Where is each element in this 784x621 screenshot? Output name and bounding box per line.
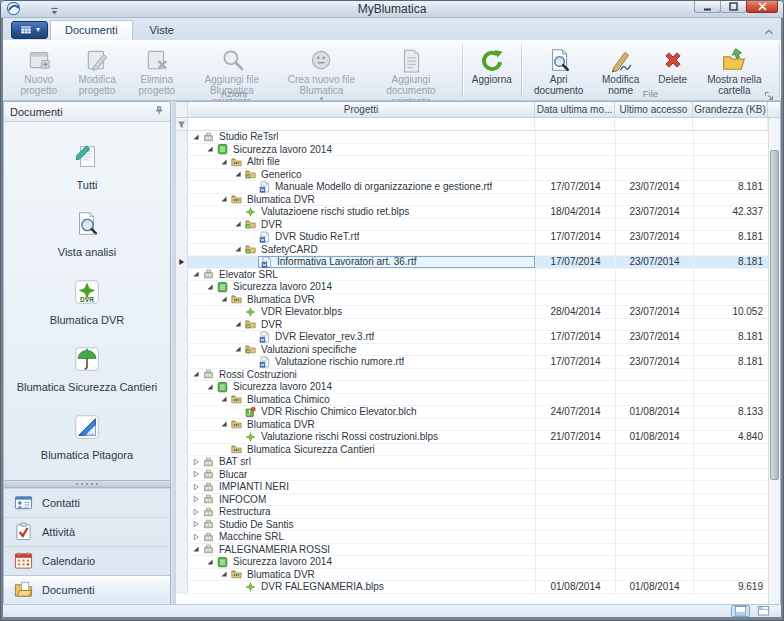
collapse-ribbon-icon[interactable] (763, 24, 775, 36)
cell-modified: 01/08/2014 (535, 581, 615, 593)
column-header-tree[interactable]: Progetti (188, 102, 535, 117)
column-header-size[interactable]: Grandezza (KB) (693, 102, 768, 117)
expander-icon[interactable] (205, 382, 215, 391)
expander-icon[interactable] (191, 520, 201, 529)
expander-icon[interactable] (205, 282, 215, 291)
tree-row[interactable]: Rossi Costruzioni (176, 369, 780, 382)
maximize-button[interactable] (720, 0, 747, 13)
tree-row[interactable]: Elevator SRL (176, 269, 780, 282)
filter-cell-tree[interactable] (188, 118, 535, 130)
tabbed-view-icon[interactable] (754, 605, 773, 617)
expander-icon[interactable] (219, 195, 229, 204)
refresh-button[interactable]: Aggiorna (468, 44, 516, 86)
sidebar-section-contacts[interactable]: Contatti (4, 488, 170, 517)
vertical-scrollbar[interactable] (768, 118, 780, 604)
expander-icon[interactable] (233, 170, 243, 179)
application-menu-button[interactable]: ▾ (11, 21, 48, 39)
sidebar-view-blumatica-dvr[interactable]: DVRBlumatica DVR (44, 274, 131, 329)
tree-row[interactable]: Blumatica Chimico (176, 394, 780, 407)
sidebar-section-tasks[interactable]: Attività (4, 517, 170, 546)
tree-row[interactable]: Generico (176, 169, 780, 182)
tree-row[interactable]: Valutazioene rischi studio ret.blps18/04… (176, 206, 780, 219)
expander-icon[interactable] (191, 545, 201, 554)
column-header-modified[interactable]: Data ultima mo... (535, 102, 615, 117)
expander-icon[interactable] (205, 145, 215, 154)
tab-viste[interactable]: Viste (135, 20, 189, 40)
tree-row[interactable]: FALEGNAMERIA ROSSI (176, 544, 780, 557)
tree-row[interactable]: DVR (176, 219, 780, 232)
tree-row[interactable]: DVR Elevator_rev.3.rtf17/07/201423/07/20… (176, 331, 780, 344)
minimize-button[interactable] (694, 0, 721, 13)
split-view-icon[interactable] (731, 605, 750, 617)
sidebar-view-blumatica-cantieri[interactable]: Blumatica Sicurezza Cantieri (11, 341, 164, 396)
tree-row[interactable]: DVR (176, 319, 780, 332)
tree-row[interactable]: Blucar (176, 469, 780, 482)
expander-icon[interactable] (219, 420, 229, 429)
tree-row[interactable]: Manuale Modello di organizzazione e gest… (176, 181, 780, 194)
expander-icon[interactable] (233, 220, 243, 229)
expander-icon[interactable] (191, 270, 201, 279)
tree-row[interactable]: Valutazione rischio rumore.rtf17/07/2014… (176, 356, 780, 369)
tree-row[interactable]: Blumatica DVR (176, 419, 780, 432)
expander-icon[interactable] (191, 482, 201, 491)
tree-row[interactable]: BAT srl (176, 456, 780, 469)
tree-row[interactable]: Sicurezza lavoro 2014 (176, 144, 780, 157)
tree-row[interactable]: Informativa Lavoratori art. 36.rtf17/07/… (176, 256, 780, 269)
tree-row[interactable]: Restructura (176, 506, 780, 519)
column-header-accessed[interactable]: Ultimo accesso (615, 102, 693, 117)
expander-icon[interactable] (233, 345, 243, 354)
tree-row[interactable]: Sicurezza lavoro 2014 (176, 281, 780, 294)
dialog-launcher-icon[interactable] (764, 87, 775, 98)
sidebar-section-calendar[interactable]: Calendario (4, 546, 170, 575)
tree-row[interactable]: Valutazione rischi Rossi costruzioni.blp… (176, 431, 780, 444)
expander-icon[interactable] (191, 132, 201, 141)
filter-cell-modified[interactable] (535, 118, 615, 130)
tree-row[interactable]: SafetyCARD (176, 244, 780, 257)
tree-row[interactable]: Sicurezza lavoro 2014 (176, 556, 780, 569)
tree-row[interactable]: VDR Rischio Chimico Elevator.blch24/07/2… (176, 406, 780, 419)
close-button[interactable] (746, 0, 778, 13)
expander-icon[interactable] (191, 470, 201, 479)
tree-row[interactable]: Macchine SRL (176, 531, 780, 544)
tree-row[interactable]: IMPIANTI NERI (176, 481, 780, 494)
tree-row[interactable]: Blumatica DVR (176, 294, 780, 307)
tree-row[interactable]: VDR Elevator.blps28/04/201423/07/201410.… (176, 306, 780, 319)
tree-row[interactable]: Valutazioni specifiche (176, 344, 780, 357)
tree-item-label: Blumatica Sicurezza Cantieri (247, 444, 375, 455)
delete-button[interactable]: Delete (651, 44, 695, 86)
sidebar-view-blumatica-pitagora[interactable]: Blumatica Pitagora (35, 409, 139, 464)
scrollbar-thumb[interactable] (770, 150, 779, 480)
grid-filter-row[interactable] (176, 118, 780, 131)
tab-documenti[interactable]: Documenti (50, 20, 133, 40)
filter-cell-size[interactable] (693, 118, 768, 130)
tree-row[interactable]: Altri file (176, 156, 780, 169)
tree-row[interactable]: Studio De Santis (176, 519, 780, 532)
tree-row[interactable]: DVR FALEGNAMERIA.blps01/08/201401/08/201… (176, 581, 780, 594)
sidebar-view-analysis-view[interactable]: Vista analisi (52, 206, 123, 261)
title-bar[interactable]: MyBlumatica (0, 0, 784, 18)
filter-cell-accessed[interactable] (615, 118, 693, 130)
expander-icon[interactable] (205, 557, 215, 566)
tree-row[interactable]: INFOCOM (176, 494, 780, 507)
sidebar-view-all-documents[interactable]: Tutti (66, 139, 108, 194)
pane-splitter-grip[interactable] (4, 480, 170, 488)
expander-icon[interactable] (233, 320, 243, 329)
expander-icon[interactable] (191, 495, 201, 504)
expander-icon[interactable] (233, 245, 243, 254)
expander-icon[interactable] (191, 370, 201, 379)
expander-icon[interactable] (219, 570, 229, 579)
expander-icon[interactable] (219, 295, 229, 304)
tree-row[interactable]: Studio ReTsrl (176, 131, 780, 144)
expander-icon[interactable] (191, 507, 201, 516)
expander-icon[interactable] (191, 532, 201, 541)
expander-icon[interactable] (191, 457, 201, 466)
tree-row[interactable]: Blumatica DVR (176, 569, 780, 582)
expander-icon[interactable] (219, 395, 229, 404)
tree-row[interactable]: DVR Studio ReT.rtf17/07/201423/07/20148.… (176, 231, 780, 244)
tree-row[interactable]: Blumatica DVR (176, 194, 780, 207)
sidebar-section-documents[interactable]: Documenti (4, 575, 170, 604)
expander-icon[interactable] (219, 157, 229, 166)
tree-row[interactable]: Blumatica Sicurezza Cantieri (176, 444, 780, 457)
tree-row[interactable]: Sicurezza lavoro 2014 (176, 381, 780, 394)
pin-icon[interactable] (153, 105, 164, 118)
